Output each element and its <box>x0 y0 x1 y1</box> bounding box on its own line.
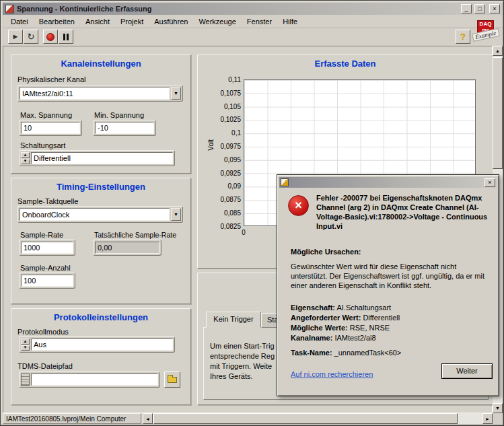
terminal-config-label: Schaltungsart <box>20 141 65 149</box>
scroll-up-icon: ▲ <box>495 48 500 53</box>
terminal-config-enum[interactable]: ▲ ▼ Differentiell <box>19 150 175 166</box>
help-button[interactable]: ? <box>456 30 470 44</box>
continuous-run-button[interactable]: ↻ <box>24 30 38 44</box>
y-axis-tick: 0,095 <box>211 156 241 164</box>
sample-count-value[interactable]: 100 <box>21 275 73 287</box>
scroll-down-icon: ▼ <box>495 406 500 411</box>
trigger-help-text-line: entsprechende Reg <box>210 352 275 360</box>
maximize-button[interactable]: □ <box>474 4 485 13</box>
chevron-down-icon: ▼ <box>174 91 178 96</box>
cause-text: Gewünschter Wert wird für diese Eigensch… <box>291 262 494 290</box>
menu-projekt[interactable]: Projekt <box>115 16 149 27</box>
logo-daq-text: DAQ <box>480 21 492 27</box>
log-mode-value[interactable]: Aus <box>31 339 173 351</box>
sample-count-label: Sample-Anzahl <box>20 264 71 272</box>
horizontal-scroll-thumb[interactable] <box>153 413 458 424</box>
dialog-title-bar[interactable]: × <box>279 177 497 188</box>
abort-button[interactable] <box>43 30 58 44</box>
pause-button[interactable] <box>59 30 73 44</box>
requested-value: Differentiell <box>363 314 400 322</box>
error-icon: × <box>288 195 309 216</box>
possible-causes-heading: Mögliche Ursachen: <box>291 248 361 256</box>
tab-kein-trigger[interactable]: Kein Trigger <box>206 312 261 328</box>
min-voltage-value[interactable]: -10 <box>95 122 154 134</box>
terminal-config-value[interactable]: Differentiell <box>31 152 173 164</box>
horizontal-scrollbar[interactable]: ◄ ► <box>143 413 493 424</box>
terminal-config-spinner[interactable]: ▲ ▼ <box>21 152 30 164</box>
timing-settings-title: Timing-Einstellungen <box>11 182 190 192</box>
y-axis-tick: 0,1 <box>211 129 241 137</box>
y-axis-tick: 0,1075 <box>211 90 241 97</box>
y-axis-tick: 0,0975 <box>211 143 241 150</box>
spin-down-icon[interactable]: ▼ <box>21 159 30 165</box>
task-label: Task-Name: <box>291 349 332 357</box>
menu-werkzeuge[interactable]: Werkzeuge <box>193 16 241 27</box>
timing-settings-group: Timing-Einstellungen Sample-Taktquelle O… <box>11 178 191 304</box>
sample-rate-input[interactable]: 1000 <box>19 240 75 256</box>
menu-hilfe[interactable]: Hilfe <box>277 16 303 27</box>
scroll-left-icon: ◄ <box>145 417 150 421</box>
physical-channel-value[interactable]: IAMtest2/ai0:11 <box>20 87 170 100</box>
menu-ansicht[interactable]: Ansicht <box>80 16 115 27</box>
y-axis-tick: 0,11 <box>211 76 241 83</box>
tdms-path-input[interactable] <box>19 371 160 388</box>
vertical-scroll-thumb[interactable] <box>493 57 503 169</box>
sample-rate-value[interactable]: 1000 <box>21 242 73 254</box>
menu-fenster[interactable]: Fenster <box>242 16 277 27</box>
logging-settings-group: Protokolleinstellungen Protokollmodus ▲ … <box>11 308 191 405</box>
actual-rate-label: Tatsächliche Sample-Rate <box>94 231 176 239</box>
weiter-button[interactable]: Weiter <box>441 363 493 379</box>
browse-button[interactable] <box>164 371 180 388</box>
log-mode-enum[interactable]: ▲ ▼ Aus <box>19 336 175 353</box>
channel-settings-group: Kanaleinstellungen Physikalischer Kanal … <box>11 55 191 174</box>
spin-down-icon[interactable]: ▼ <box>21 345 30 351</box>
tdms-path-value[interactable] <box>31 374 158 386</box>
clock-source-dropdown-button[interactable]: ▼ <box>171 208 181 221</box>
physical-channel-dropdown-button[interactable]: ▼ <box>171 87 181 100</box>
y-axis-tick: 0,09 <box>211 182 241 190</box>
sample-count-input[interactable]: 100 <box>19 273 75 289</box>
scroll-left-button[interactable]: ◄ <box>143 413 153 424</box>
menu-datei[interactable]: Datei <box>5 16 34 27</box>
requested-label: Angeforderter Wert: <box>291 314 361 322</box>
max-voltage-input[interactable]: 10 <box>19 120 82 136</box>
clock-source-combo[interactable]: OnboardClock ▼ <box>17 206 183 223</box>
spin-up-icon[interactable]: ▲ <box>21 339 30 345</box>
clock-source-value[interactable]: OnboardClock <box>20 208 170 221</box>
help-icon: ? <box>460 32 466 41</box>
y-axis-tick: 0,105 <box>211 103 241 110</box>
title-bar[interactable]: Spannung - Kontinuierliche Erfassung _ □… <box>3 3 503 15</box>
ni-com-link[interactable]: Auf ni.com recherchieren <box>291 370 373 378</box>
task-value: _unnamedTask<60> <box>334 349 402 357</box>
x-axis-tick: 0 <box>236 229 252 236</box>
path-type-icon <box>21 374 30 386</box>
daqmx-example-logo: DAQ mx Example <box>472 20 503 44</box>
close-button[interactable]: × <box>489 4 500 13</box>
logging-settings-title: Protokolleinstellungen <box>11 312 190 322</box>
scroll-right-button[interactable]: ► <box>482 413 493 424</box>
trigger-help-text-line: Um einen Start-Trig <box>210 342 275 350</box>
channel-settings-title: Kanaleinstellungen <box>11 59 190 69</box>
spin-up-icon[interactable]: ▲ <box>21 152 30 158</box>
y-axis-tick: 0,0925 <box>211 170 241 177</box>
property-label: Eigenschaft: <box>291 304 335 312</box>
status-bar-project-tab[interactable]: IAMTest20160805.lvproj/Mein Computer <box>3 413 141 424</box>
scroll-up-button[interactable]: ▲ <box>493 46 503 56</box>
log-mode-spinner[interactable]: ▲ ▼ <box>21 339 30 351</box>
error-dialog[interactable]: × × Fehler -200077 bei Eigenschaftsknote… <box>277 174 499 396</box>
toolbar: ► ↻ ? <box>3 28 503 46</box>
scroll-down-button[interactable]: ▼ <box>493 403 503 413</box>
menu-bearbeiten[interactable]: Bearbeiten <box>34 16 80 27</box>
window-title: Spannung - Kontinuierliche Erfassung <box>17 5 458 13</box>
dialog-close-button[interactable]: × <box>484 178 495 187</box>
physical-channel-combo[interactable]: IAMtest2/ai0:11 ▼ <box>17 85 183 102</box>
min-voltage-input[interactable]: -10 <box>93 120 156 136</box>
menu-ausfuehren[interactable]: Ausführen <box>149 16 193 27</box>
y-axis-tick: 0,1025 <box>211 116 241 123</box>
y-axis-tick: 0,0875 <box>211 196 241 203</box>
requested-value-line: Angeforderter Wert: Differentiell <box>291 313 400 323</box>
logo-example-text: Example <box>472 28 499 42</box>
max-voltage-value[interactable]: 10 <box>21 122 80 134</box>
run-button[interactable]: ► <box>8 30 23 44</box>
minimize-button[interactable]: _ <box>461 4 472 13</box>
